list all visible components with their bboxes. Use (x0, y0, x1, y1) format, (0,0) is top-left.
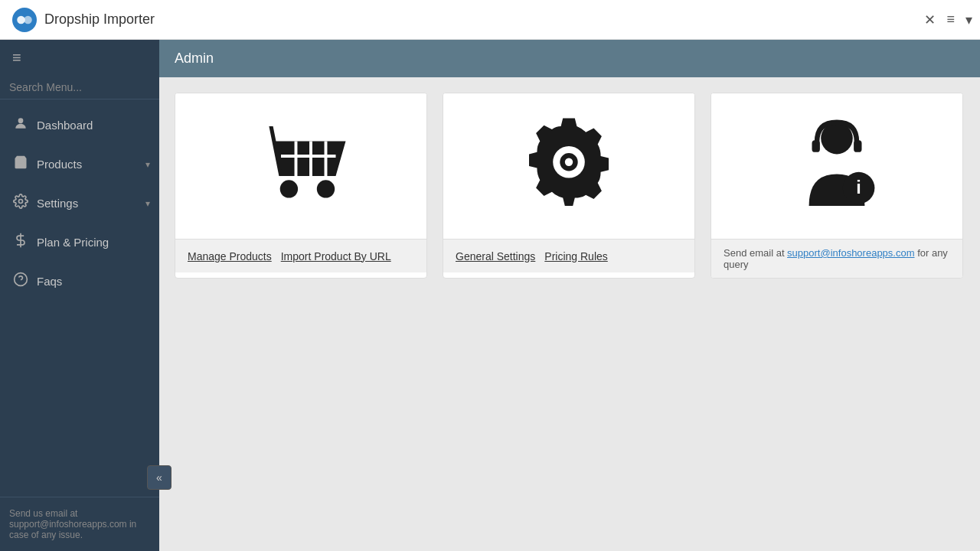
products-card: Manage Products Import Product By URL (175, 93, 427, 279)
search-input[interactable] (9, 81, 150, 93)
support-email-link[interactable]: support@infoshoreapps.com (787, 247, 914, 259)
support-text: Send email at support@infoshoreapps.com … (724, 247, 950, 270)
manage-products-link[interactable]: Manage Products (188, 250, 272, 262)
svg-point-13 (280, 180, 298, 197)
svg-point-2 (18, 118, 24, 123)
settings-card-icon-area (443, 93, 694, 239)
sidebar-item-label: Faqs (37, 275, 62, 288)
app-title: Dropship Importer (44, 11, 155, 28)
settings-card-footer: General Settings Pricing Rules (443, 239, 694, 272)
general-settings-link[interactable]: General Settings (456, 250, 535, 262)
settings-icon (12, 194, 29, 213)
svg-point-4 (19, 200, 23, 204)
topbar: Dropship Importer ✕ ≡ ▾ (0, 0, 980, 40)
content-area: Admin Manage Pro (159, 40, 980, 551)
pricing-rules-link[interactable]: Pricing Rules (544, 250, 607, 262)
support-prefix: Send email at (724, 247, 787, 259)
sidebar-item-products[interactable]: Products ▾ (0, 145, 159, 184)
top-icons: ✕ ≡ ▾ (924, 11, 972, 28)
svg-rect-19 (812, 140, 820, 152)
support-icon: i (787, 116, 887, 216)
sidebar-item-dashboard[interactable]: Dashboard (0, 106, 159, 145)
sidebar-item-label: Plan & Pricing (37, 236, 109, 249)
dollar-icon (12, 233, 29, 252)
dashboard-icon (12, 116, 29, 135)
sidebar-item-faqs[interactable]: Faqs (0, 262, 159, 301)
support-card-footer: Send email at support@infoshoreapps.com … (711, 239, 962, 278)
sidebar-item-label: Dashboard (37, 119, 93, 132)
support-card: i Send email at support@infoshoreapps.co… (710, 93, 963, 279)
shopping-cart-icon (251, 116, 351, 216)
app-logo (12, 8, 37, 32)
search-menu-wrapper (0, 76, 159, 99)
close-icon[interactable]: ✕ (924, 11, 936, 28)
sidebar-item-label: Products (37, 158, 82, 171)
svg-point-14 (317, 180, 335, 197)
content-header: Admin (159, 40, 980, 77)
footer-text: Send us email at support@infoshoreapps.c… (9, 508, 136, 540)
sidebar-item-plan-pricing[interactable]: Plan & Pricing (0, 223, 159, 262)
main-layout: ≡ Dashboard (0, 40, 980, 551)
sidebar: ≡ Dashboard (0, 40, 159, 551)
sidebar-nav: Dashboard Products ▾ (0, 99, 159, 497)
svg-rect-20 (854, 140, 861, 152)
sidebar-footer: Send us email at support@infoshoreapps.c… (0, 497, 159, 551)
chevron-down-icon: ▾ (145, 159, 150, 170)
sidebar-item-settings[interactable]: Settings ▾ (0, 184, 159, 223)
svg-point-0 (17, 15, 25, 24)
faqs-icon (12, 272, 29, 291)
svg-rect-8 (281, 146, 336, 171)
svg-text:i: i (856, 178, 861, 197)
gear-icon (519, 116, 619, 216)
support-card-icon-area: i (711, 93, 962, 239)
cards-area: Manage Products Import Product By URL (159, 77, 980, 294)
sidebar-item-label: Settings (37, 197, 78, 210)
svg-point-17 (565, 158, 573, 166)
products-card-icon-area (175, 93, 426, 239)
settings-card: General Settings Pricing Rules (443, 93, 695, 279)
sidebar-hamburger[interactable]: ≡ (0, 40, 159, 76)
dropdown-icon[interactable]: ▾ (965, 11, 972, 28)
sidebar-collapse-button[interactable]: « (147, 465, 172, 490)
import-product-link[interactable]: Import Product By URL (281, 250, 391, 262)
menu-icon[interactable]: ≡ (946, 11, 955, 28)
products-card-footer: Manage Products Import Product By URL (175, 239, 426, 272)
chevron-down-icon: ▾ (145, 198, 150, 209)
cart-icon (12, 155, 29, 174)
svg-point-1 (24, 15, 32, 24)
